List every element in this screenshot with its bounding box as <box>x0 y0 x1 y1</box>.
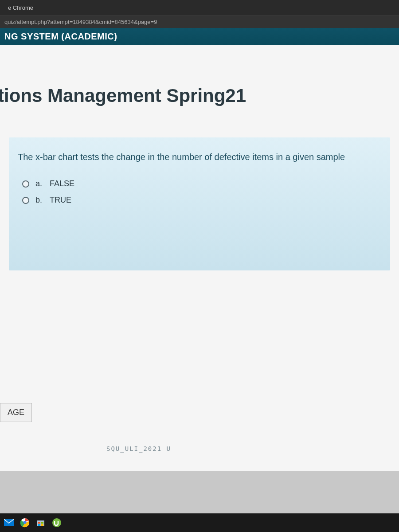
radio-option-b[interactable] <box>22 197 29 204</box>
url-text: quiz/attempt.php?attempt=1849384&cmid=84… <box>4 19 157 25</box>
option-b-letter: b. <box>35 196 46 205</box>
site-title: NG SYSTEM (ACADEMIC) <box>4 31 117 41</box>
windows-taskbar <box>0 513 399 532</box>
option-b-label: TRUE <box>50 196 71 205</box>
radio-option-a[interactable] <box>22 180 29 188</box>
svg-rect-4 <box>38 522 40 524</box>
watermark-text: SQU_ULI_2021 U <box>106 445 171 452</box>
question-text: The x-bar chart tests the change in the … <box>18 151 381 163</box>
site-header: NG SYSTEM (ACADEMIC) <box>0 28 399 45</box>
option-a-letter: a. <box>35 179 46 188</box>
question-box: The x-bar chart tests the change in the … <box>9 137 390 270</box>
svg-rect-6 <box>38 524 40 526</box>
svg-rect-5 <box>41 522 43 524</box>
option-a-label: FALSE <box>50 179 74 188</box>
page-nav-button[interactable]: AGE <box>0 403 32 422</box>
browser-url-bar[interactable]: quiz/attempt.php?attempt=1849384&cmid=84… <box>0 16 399 28</box>
chrome-icon[interactable] <box>19 516 31 529</box>
mail-icon[interactable] <box>3 516 15 529</box>
store-icon[interactable] <box>35 516 47 529</box>
course-title: tions Management Spring21 <box>0 45 399 120</box>
utorrent-icon[interactable] <box>51 516 63 529</box>
browser-tab-label[interactable]: e Chrome <box>4 3 37 13</box>
content-area: tions Management Spring21 The x-bar char… <box>0 45 399 471</box>
browser-tab-bar: e Chrome <box>0 0 399 16</box>
option-a-row[interactable]: a. FALSE <box>18 176 381 192</box>
svg-rect-7 <box>41 524 43 526</box>
option-b-row[interactable]: b. TRUE <box>18 192 381 208</box>
